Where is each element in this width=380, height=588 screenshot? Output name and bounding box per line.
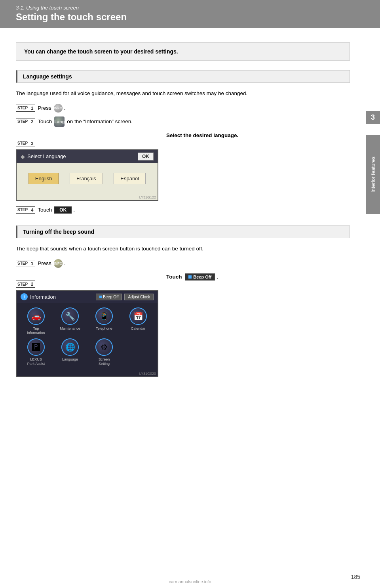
lang-screen-icon: ◆ — [21, 153, 25, 160]
screen-setting-label: ScreenSetting — [99, 357, 110, 366]
step2-touch-text: Touch — [38, 118, 52, 124]
beep-step2-instruction: Touch Beep Off . — [166, 272, 350, 281]
lang-buttons-area: English Français Español — [17, 163, 158, 195]
beep-step1-press-text: Press — [38, 260, 51, 266]
step2-suffix-text: on the “Information” screen. — [67, 118, 133, 124]
beep-off-top-btn[interactable]: Beep Off — [96, 294, 122, 300]
main-content: You can change the touch screen to your … — [0, 28, 366, 405]
info-grid-item-language[interactable]: 🌐 Language — [55, 338, 86, 366]
info-screen-header: i Information Beep Off Adjust Clock — [17, 291, 158, 303]
lang-btn-spanish[interactable]: Español — [114, 173, 146, 184]
lang-btn-french[interactable]: Français — [70, 173, 103, 184]
watermark: carmanualsonline.info — [169, 579, 211, 584]
trip-label: Tripinformation — [27, 326, 45, 335]
info-grid-item-calendar[interactable]: 📅 Calendar — [123, 307, 154, 335]
beep-step1-badge: STEP 1 — [16, 260, 35, 267]
beep-body-text: The beep that sounds when a touch screen… — [16, 244, 350, 254]
step2-badge: STEP 2 — [16, 118, 35, 125]
trip-icon: 🚗 — [27, 307, 45, 325]
language-step3-screen-area: STEP 3 ◆ Select Language OK — [16, 131, 158, 201]
lang-screen-code: LY31G122 — [17, 195, 158, 200]
beep-step2-badge-line: STEP 2 — [16, 281, 158, 288]
language-section-heading: Language settings — [16, 70, 350, 83]
lexus-icon: 🅿 — [27, 338, 45, 356]
step4-ok-btn[interactable]: OK — [54, 206, 72, 214]
beep-step2-screen-area: STEP 2 i Information — [16, 272, 158, 377]
side-tab-number: 3 — [366, 111, 380, 124]
info-screen-title: i Information — [21, 293, 56, 300]
beep-active-dot — [99, 296, 102, 298]
lang-ok-btn[interactable]: OK — [138, 153, 154, 160]
page-number: 185 — [351, 574, 360, 580]
lang-btn-english[interactable]: English — [28, 173, 59, 184]
language-step2: STEP 2 Touch Lang on the “Information” s… — [16, 116, 350, 127]
beep-off-inline-btn[interactable]: Beep Off — [185, 273, 215, 281]
beep-step2-badge: STEP 2 — [16, 281, 35, 288]
info-grid-item-trip[interactable]: 🚗 Tripinformation — [21, 307, 51, 335]
step3-badge: STEP 3 — [16, 140, 35, 147]
intro-text: You can change the touch screen to your … — [24, 48, 178, 55]
beep-indicator-dot — [188, 275, 192, 279]
info-button-beep[interactable]: INFO — [54, 259, 63, 268]
language-grid-label: Language — [62, 357, 78, 362]
telephone-icon: 📱 — [95, 307, 113, 325]
header-subtitle: 3-1. Using the touch screen — [16, 5, 364, 11]
maintenance-icon: 🔧 — [61, 307, 79, 325]
maintenance-label: Maintenance — [60, 326, 80, 331]
step4-badge: STEP 4 — [16, 206, 35, 214]
calendar-label: Calendar — [131, 326, 146, 331]
info-grid-item-screen-setting[interactable]: ⚙ ScreenSetting — [89, 338, 120, 366]
info-grid-item-lexus[interactable]: 🅿 LEXUSPark Assist — [21, 338, 51, 366]
information-screen: i Information Beep Off Adjust Clock — [16, 290, 158, 377]
step3-badge-line: STEP 3 — [16, 139, 158, 147]
language-section: Language settings The language used for … — [16, 70, 350, 214]
step4-touch-text: Touch — [38, 207, 52, 213]
beep-section-heading: Turning off the beep sound — [16, 225, 350, 238]
info-grid-item-telephone[interactable]: 📱 Telephone — [89, 307, 120, 335]
header-title: Setting the touch screen — [16, 11, 364, 23]
language-grid-icon: 🌐 — [61, 338, 79, 356]
step1-badge: STEP 1 — [16, 105, 35, 112]
screen-setting-icon: ⚙ — [95, 338, 113, 356]
page-header: 3-1. Using the touch screen Setting the … — [0, 0, 380, 28]
info-button-1[interactable]: INFO — [54, 104, 63, 113]
select-language-screen: ◆ Select Language OK English Français Es… — [16, 149, 158, 201]
language-step3-container: STEP 3 ◆ Select Language OK — [16, 131, 350, 201]
info-circle-icon: i — [21, 293, 28, 300]
intro-box: You can change the touch screen to your … — [16, 42, 350, 61]
beep-step2-container: STEP 2 i Information — [16, 272, 350, 377]
telephone-label: Telephone — [96, 326, 112, 331]
lexus-label: LEXUSPark Assist — [27, 357, 45, 366]
language-icon: Lang — [54, 116, 65, 127]
lang-screen-title: ◆ Select Language — [21, 153, 66, 160]
info-grid: 🚗 Tripinformation 🔧 Maintenance 📱 Teleph… — [17, 303, 158, 370]
beep-step1: STEP 1 Press INFO . — [16, 259, 350, 268]
adjust-clock-btn[interactable]: Adjust Clock — [124, 294, 154, 300]
language-step3-instruction: Select the desired language. — [166, 131, 350, 138]
beep-section: Turning off the beep sound The beep that… — [16, 225, 350, 377]
screen-wrapper: STEP 3 ◆ Select Language OK — [16, 131, 158, 201]
info-grid-item-maintenance[interactable]: 🔧 Maintenance — [55, 307, 86, 335]
language-body-text: The language used for all voice guidance… — [16, 89, 350, 98]
side-tab-label: Interior features — [366, 135, 380, 214]
beep-screen-wrapper: STEP 2 i Information — [16, 272, 158, 377]
calendar-icon: 📅 — [129, 307, 147, 325]
info-screen-code: LY31G020 — [17, 371, 158, 376]
step1-press-text: Press — [38, 105, 51, 111]
lang-screen-titlebar: ◆ Select Language OK — [17, 150, 158, 163]
language-step4: STEP 4 Touch OK . — [16, 206, 350, 214]
info-top-buttons: Beep Off Adjust Clock — [96, 294, 154, 300]
language-step1: STEP 1 Press INFO . — [16, 104, 350, 113]
